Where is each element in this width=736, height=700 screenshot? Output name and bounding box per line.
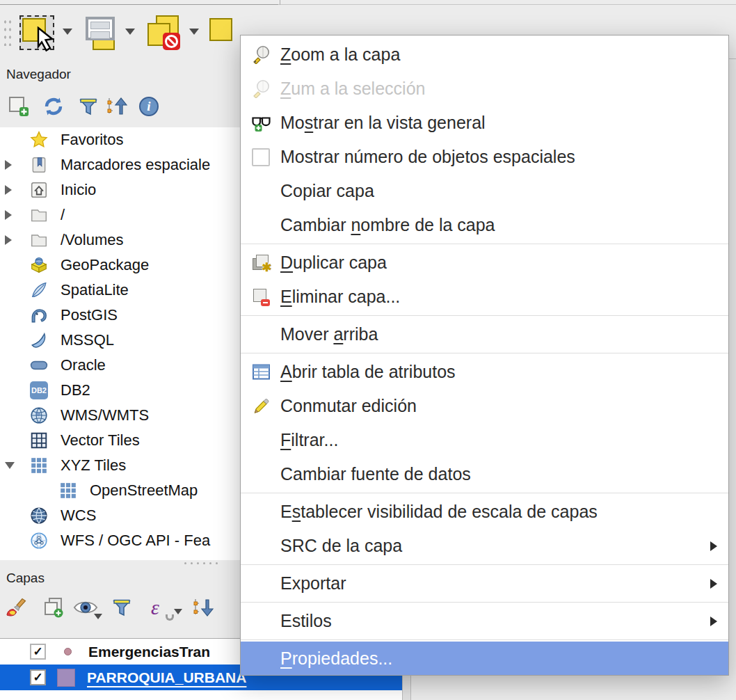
layer-name: PARROQUIA_URBANA bbox=[87, 669, 246, 686]
menu-separator bbox=[241, 564, 728, 565]
mssql-sail-icon bbox=[30, 331, 48, 349]
navigator-panel-title: Navegador bbox=[6, 67, 71, 82]
tree-item-label: XYZ Tiles bbox=[61, 456, 126, 475]
expand-arrow[interactable] bbox=[0, 185, 30, 195]
menu-item-filtrar[interactable]: Filtrar... bbox=[241, 423, 728, 457]
tree-item-label: Oracle bbox=[61, 356, 106, 374]
layers-panel-title: Capas bbox=[6, 571, 45, 586]
cursor-arrow-icon bbox=[36, 26, 60, 54]
tree-item-vector-tiles[interactable]: Vector Tiles bbox=[0, 428, 240, 453]
add-group-icon bbox=[42, 596, 65, 619]
menu-item-mostrar-en-vista-general[interactable]: Mostrar en la vista general bbox=[241, 106, 728, 140]
zoom-to-layer-icon bbox=[250, 45, 271, 65]
qgis-window: Navegador i bbox=[0, 0, 736, 700]
expand-arrow[interactable] bbox=[0, 235, 30, 245]
manage-visibility-button[interactable] bbox=[72, 596, 99, 619]
select-features-button[interactable] bbox=[19, 15, 54, 50]
add-group-button[interactable] bbox=[42, 596, 65, 619]
no-entry-icon bbox=[163, 33, 180, 50]
select-features-extra-button[interactable] bbox=[209, 18, 232, 41]
star-icon bbox=[30, 131, 48, 149]
oracle-capsule-icon bbox=[30, 356, 48, 374]
menu-item-eliminar-capa[interactable]: Eliminar capa... bbox=[241, 280, 728, 314]
collapse-arrow[interactable] bbox=[0, 462, 30, 469]
tree-item-root-folder[interactable]: / bbox=[0, 202, 240, 228]
tree-item-postgis[interactable]: PostGIS bbox=[0, 303, 240, 328]
filter-legend-button[interactable] bbox=[110, 596, 134, 619]
filter-funnel-icon bbox=[111, 596, 133, 619]
expand-collapse-all-button[interactable] bbox=[191, 596, 214, 619]
expression-dropdown-caret[interactable] bbox=[174, 609, 182, 614]
tree-item-wfs[interactable]: WFS / OGC API - Fea bbox=[0, 528, 240, 553]
wms-globe-icon bbox=[30, 406, 48, 424]
collapse-tree-down-icon bbox=[191, 596, 214, 619]
toggle-editing-pencil-icon bbox=[250, 397, 271, 416]
tree-item-favoritos[interactable]: Favoritos bbox=[0, 127, 240, 152]
deselect-features-button[interactable] bbox=[147, 15, 189, 56]
menu-item-conmutar-edicion[interactable]: Conmutar edición bbox=[241, 389, 728, 423]
tree-item-geopackage[interactable]: GeoPackage bbox=[0, 253, 240, 278]
layer-visibility-checkbox[interactable]: ✓ bbox=[30, 644, 46, 660]
tree-item-label: Vector Tiles bbox=[61, 431, 140, 450]
submenu-arrow-icon bbox=[710, 579, 717, 589]
menu-separator bbox=[241, 315, 728, 316]
form-icon bbox=[86, 17, 115, 40]
filter-expression-button[interactable]: ε bbox=[143, 596, 167, 619]
tree-item-spatialite[interactable]: SpatiaLite bbox=[0, 278, 240, 303]
wcs-globe-icon bbox=[30, 507, 48, 525]
tree-item-volumes[interactable]: /Volumes bbox=[0, 228, 240, 253]
tree-item-inicio[interactable]: Inicio bbox=[0, 177, 240, 202]
add-layer-button[interactable] bbox=[7, 95, 31, 118]
menu-item-exportar[interactable]: Exportar bbox=[241, 566, 728, 600]
tree-item-label: GeoPackage bbox=[61, 256, 149, 274]
properties-info-button[interactable]: i bbox=[137, 95, 161, 118]
tree-item-wms-wmts[interactable]: WMS/WMTS bbox=[0, 403, 240, 428]
select-features-by-form-button[interactable] bbox=[86, 17, 129, 53]
collapse-all-button[interactable] bbox=[104, 95, 128, 118]
select-features-dropdown-caret[interactable] bbox=[63, 29, 72, 35]
tree-item-db2[interactable]: DB2 DB2 bbox=[0, 378, 240, 403]
menu-item-propiedades[interactable]: Propiedades... bbox=[241, 642, 728, 676]
refresh-button[interactable] bbox=[42, 95, 65, 118]
deselect-dropdown-caret[interactable] bbox=[189, 29, 199, 35]
menu-item-mover-arriba[interactable]: Mover arriba bbox=[241, 317, 728, 351]
expand-arrow[interactable] bbox=[0, 160, 30, 170]
menu-item-copiar-capa[interactable]: Copiar capa bbox=[241, 174, 728, 208]
style-manager-button[interactable] bbox=[4, 596, 28, 619]
menu-item-src-de-la-capa[interactable]: SRC de la capa bbox=[241, 529, 728, 563]
tree-item-label: OpenStreetMap bbox=[90, 482, 198, 500]
menu-item-zoom-a-la-capa[interactable]: Zoom a la capa bbox=[241, 38, 728, 72]
tree-item-openstreetmap[interactable]: OpenStreetMap bbox=[0, 478, 240, 503]
menu-item-estilos[interactable]: Estilos bbox=[241, 604, 728, 638]
yellow-feature-icon bbox=[209, 18, 232, 41]
menu-item-duplicar-capa[interactable]: ✱ Duplicar capa bbox=[241, 246, 728, 280]
menu-item-establecer-visibilidad-escala[interactable]: Establecer visibilidad de escala de capa… bbox=[241, 495, 728, 529]
tree-item-label: DB2 bbox=[61, 381, 90, 399]
toolbar-drag-handle[interactable] bbox=[3, 18, 11, 46]
tree-item-mssql[interactable]: MSSQL bbox=[0, 328, 240, 353]
layer-name: EmergenciasTran bbox=[88, 644, 210, 660]
select-by-form-dropdown-caret[interactable] bbox=[125, 29, 135, 35]
folder-icon bbox=[30, 206, 48, 224]
filter-browser-button[interactable] bbox=[77, 95, 100, 118]
tree-item-oracle[interactable]: Oracle bbox=[0, 353, 240, 378]
menu-item-mostrar-numero-objetos[interactable]: Mostrar número de objetos espaciales bbox=[241, 140, 728, 174]
menu-separator bbox=[241, 353, 728, 353]
tree-item-wcs[interactable]: WCS bbox=[0, 503, 240, 528]
tree-item-marcadores[interactable]: Marcadores espaciale bbox=[0, 152, 240, 177]
tree-item-xyz-tiles[interactable]: XYZ Tiles bbox=[0, 453, 240, 478]
expand-arrow[interactable] bbox=[0, 210, 30, 220]
menu-item-cambiar-nombre[interactable]: Cambiar nombre de la capa bbox=[241, 208, 728, 242]
add-layer-icon bbox=[8, 95, 30, 118]
submenu-arrow-icon bbox=[710, 617, 717, 626]
show-in-overview-glasses-icon bbox=[250, 113, 271, 133]
menu-item-cambiar-fuente-datos[interactable]: Cambiar fuente de datos bbox=[241, 457, 728, 491]
tree-item-label: /Volumes bbox=[61, 231, 124, 249]
xyz-tiles-icon bbox=[30, 456, 48, 475]
tree-item-label: MSSQL bbox=[61, 331, 114, 349]
layer-visibility-checkbox[interactable]: ✓ bbox=[30, 669, 46, 685]
menu-separator bbox=[241, 639, 728, 640]
bookmark-icon bbox=[30, 156, 48, 174]
menu-item-abrir-tabla-atributos[interactable]: Abrir tabla de atributos bbox=[241, 355, 728, 389]
filter-funnel-icon bbox=[77, 95, 99, 118]
